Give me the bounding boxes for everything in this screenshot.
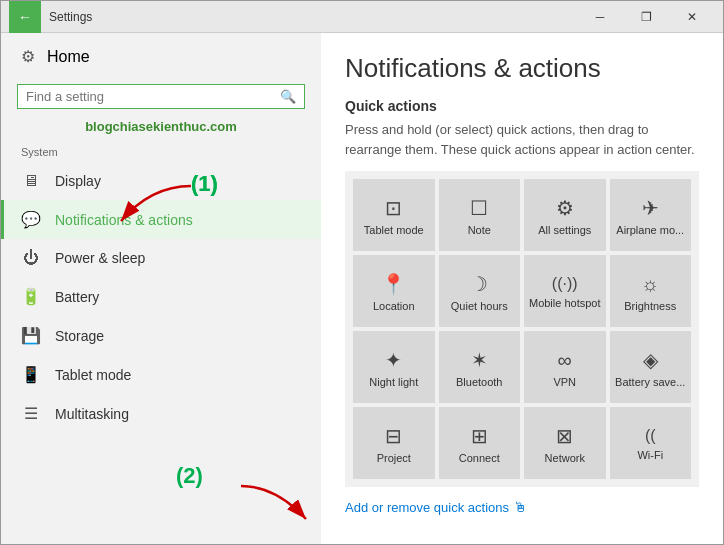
sidebar-item-tablet-label: Tablet mode (55, 367, 131, 383)
annotation-2-text: (2) (176, 463, 203, 489)
qa-night-light-label: Night light (369, 376, 418, 388)
sidebar-item-multitasking[interactable]: ☰ Multitasking (1, 394, 321, 433)
notifications-icon: 💬 (21, 210, 41, 229)
sidebar-item-display-label: Display (55, 173, 101, 189)
watermark: blogchiasekienthuc.com (1, 117, 321, 140)
add-remove-link[interactable]: Add or remove quick actions 🖱 (345, 499, 527, 515)
qa-mobile-hotspot[interactable]: ((·)) Mobile hotspot (524, 255, 606, 327)
qa-project-icon: ⊟ (385, 424, 402, 448)
qa-all-settings-icon: ⚙ (556, 196, 574, 220)
back-icon: ← (18, 9, 32, 25)
qa-network-label: Network (545, 452, 585, 464)
multitasking-icon: ☰ (21, 404, 41, 423)
quick-actions-heading: Quick actions (345, 98, 699, 114)
qa-airplane-icon: ✈ (642, 196, 659, 220)
qa-tablet-mode[interactable]: ⊡ Tablet mode (353, 179, 435, 251)
display-icon: 🖥 (21, 172, 41, 190)
cursor-icon: 🖱 (513, 499, 527, 515)
qa-vpn-label: VPN (553, 376, 576, 388)
qa-note[interactable]: ☐ Note (439, 179, 521, 251)
qa-brightness-icon: ☼ (641, 273, 659, 296)
window-controls: ─ ❐ ✕ (577, 1, 715, 33)
sidebar-item-multitasking-label: Multitasking (55, 406, 129, 422)
sidebar-item-storage-label: Storage (55, 328, 104, 344)
qa-quiet-hours-label: Quiet hours (451, 300, 508, 312)
qa-night-light-icon: ✦ (385, 348, 402, 372)
qa-network[interactable]: ⊠ Network (524, 407, 606, 479)
qa-note-icon: ☐ (470, 196, 488, 220)
search-icon: 🔍 (280, 89, 296, 104)
battery-icon: 🔋 (21, 287, 41, 306)
qa-bluetooth-label: Bluetooth (456, 376, 502, 388)
qa-wifi-label: Wi-Fi (637, 449, 663, 461)
qa-vpn-icon: ∞ (558, 349, 572, 372)
qa-connect-label: Connect (459, 452, 500, 464)
qa-network-icon: ⊠ (556, 424, 573, 448)
qa-airplane[interactable]: ✈ Airplane mo... (610, 179, 692, 251)
sidebar-item-power[interactable]: ⏻ Power & sleep (1, 239, 321, 277)
qa-all-settings[interactable]: ⚙ All settings (524, 179, 606, 251)
title-bar-left: ← Settings (9, 1, 92, 33)
system-section-label: System (1, 140, 321, 162)
qa-location-label: Location (373, 300, 415, 312)
app-body: ⚙ Home 🔍 blogchiasekienthuc.com System 🖥… (1, 33, 723, 545)
back-button[interactable]: ← (9, 1, 41, 33)
qa-note-label: Note (468, 224, 491, 236)
quick-actions-description: Press and hold (or select) quick actions… (345, 120, 699, 159)
minimize-button[interactable]: ─ (577, 1, 623, 33)
qa-mobile-hotspot-label: Mobile hotspot (529, 297, 601, 309)
search-input[interactable] (26, 89, 274, 104)
sidebar-item-notifications-label: Notifications & actions (55, 212, 193, 228)
qa-all-settings-label: All settings (538, 224, 591, 236)
sidebar: ⚙ Home 🔍 blogchiasekienthuc.com System 🖥… (1, 33, 321, 545)
sidebar-item-storage[interactable]: 💾 Storage (1, 316, 321, 355)
sidebar-item-power-label: Power & sleep (55, 250, 145, 266)
qa-wifi-icon: (( (645, 427, 656, 445)
sidebar-item-display[interactable]: 🖥 Display (1, 162, 321, 200)
home-icon: ⚙ (21, 47, 35, 66)
sidebar-item-battery-label: Battery (55, 289, 99, 305)
qa-connect-icon: ⊞ (471, 424, 488, 448)
qa-vpn[interactable]: ∞ VPN (524, 331, 606, 403)
home-label: Home (47, 48, 90, 66)
power-icon: ⏻ (21, 249, 41, 267)
title-bar: ← Settings ─ ❐ ✕ (1, 1, 723, 33)
sidebar-home-item[interactable]: ⚙ Home (1, 33, 321, 80)
qa-brightness[interactable]: ☼ Brightness (610, 255, 692, 327)
tablet-icon: 📱 (21, 365, 41, 384)
qa-location-icon: 📍 (381, 272, 406, 296)
sidebar-item-tablet-mode[interactable]: 📱 Tablet mode (1, 355, 321, 394)
restore-button[interactable]: ❐ (623, 1, 669, 33)
qa-quiet-hours[interactable]: ☽ Quiet hours (439, 255, 521, 327)
qa-mobile-hotspot-icon: ((·)) (552, 275, 578, 293)
quick-actions-grid: ⊡ Tablet mode ☐ Note ⚙ All settings ✈ Ai… (345, 171, 699, 487)
qa-battery-saver[interactable]: ◈ Battery save... (610, 331, 692, 403)
add-remove-label: Add or remove quick actions (345, 500, 509, 515)
qa-bluetooth[interactable]: ✶ Bluetooth (439, 331, 521, 403)
qa-tablet-mode-icon: ⊡ (385, 196, 402, 220)
qa-battery-saver-label: Battery save... (615, 376, 685, 388)
qa-wifi[interactable]: (( Wi-Fi (610, 407, 692, 479)
sidebar-item-notifications[interactable]: 💬 Notifications & actions (1, 200, 321, 239)
qa-connect[interactable]: ⊞ Connect (439, 407, 521, 479)
qa-battery-saver-icon: ◈ (643, 348, 658, 372)
search-box[interactable]: 🔍 (17, 84, 305, 109)
qa-night-light[interactable]: ✦ Night light (353, 331, 435, 403)
window-title: Settings (49, 10, 92, 24)
qa-quiet-hours-icon: ☽ (470, 272, 488, 296)
arrow-2 (236, 481, 316, 531)
qa-brightness-label: Brightness (624, 300, 676, 312)
qa-tablet-mode-label: Tablet mode (364, 224, 424, 236)
storage-icon: 💾 (21, 326, 41, 345)
qa-location[interactable]: 📍 Location (353, 255, 435, 327)
sidebar-item-battery[interactable]: 🔋 Battery (1, 277, 321, 316)
qa-project[interactable]: ⊟ Project (353, 407, 435, 479)
page-title: Notifications & actions (345, 53, 699, 84)
qa-airplane-label: Airplane mo... (616, 224, 684, 236)
close-button[interactable]: ✕ (669, 1, 715, 33)
qa-bluetooth-icon: ✶ (471, 348, 488, 372)
content-area: Notifications & actions Quick actions Pr… (321, 33, 723, 545)
qa-project-label: Project (377, 452, 411, 464)
